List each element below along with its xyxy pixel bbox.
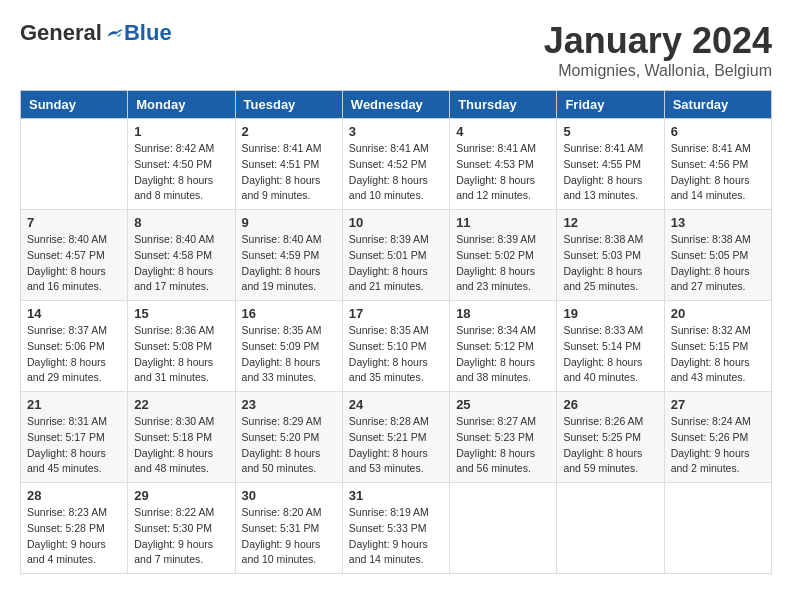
weekday-header: Saturday: [664, 91, 771, 119]
sunset-text: Sunset: 5:31 PM: [242, 522, 320, 534]
calendar-cell: 28 Sunrise: 8:23 AM Sunset: 5:28 PM Dayl…: [21, 483, 128, 574]
calendar-cell: 6 Sunrise: 8:41 AM Sunset: 4:56 PM Dayli…: [664, 119, 771, 210]
day-number: 21: [27, 397, 121, 412]
sunrise-text: Sunrise: 8:38 AM: [671, 233, 751, 245]
day-number: 14: [27, 306, 121, 321]
day-number: 31: [349, 488, 443, 503]
daylight-text: Daylight: 8 hours and 50 minutes.: [242, 447, 321, 475]
day-number: 4: [456, 124, 550, 139]
day-info: Sunrise: 8:32 AM Sunset: 5:15 PM Dayligh…: [671, 323, 765, 386]
logo-general-text: General: [20, 20, 102, 46]
sunrise-text: Sunrise: 8:32 AM: [671, 324, 751, 336]
calendar-cell: 23 Sunrise: 8:29 AM Sunset: 5:20 PM Dayl…: [235, 392, 342, 483]
day-info: Sunrise: 8:38 AM Sunset: 5:03 PM Dayligh…: [563, 232, 657, 295]
daylight-text: Daylight: 9 hours and 14 minutes.: [349, 538, 428, 566]
daylight-text: Daylight: 8 hours and 29 minutes.: [27, 356, 106, 384]
calendar-cell: 13 Sunrise: 8:38 AM Sunset: 5:05 PM Dayl…: [664, 210, 771, 301]
sunset-text: Sunset: 5:33 PM: [349, 522, 427, 534]
day-number: 7: [27, 215, 121, 230]
calendar-cell: 7 Sunrise: 8:40 AM Sunset: 4:57 PM Dayli…: [21, 210, 128, 301]
weekday-header: Thursday: [450, 91, 557, 119]
daylight-text: Daylight: 8 hours and 12 minutes.: [456, 174, 535, 202]
sunset-text: Sunset: 5:12 PM: [456, 340, 534, 352]
daylight-text: Daylight: 9 hours and 2 minutes.: [671, 447, 750, 475]
calendar-cell: 5 Sunrise: 8:41 AM Sunset: 4:55 PM Dayli…: [557, 119, 664, 210]
sunset-text: Sunset: 5:17 PM: [27, 431, 105, 443]
sunrise-text: Sunrise: 8:33 AM: [563, 324, 643, 336]
day-number: 8: [134, 215, 228, 230]
day-info: Sunrise: 8:19 AM Sunset: 5:33 PM Dayligh…: [349, 505, 443, 568]
day-number: 19: [563, 306, 657, 321]
day-number: 5: [563, 124, 657, 139]
calendar-cell: [450, 483, 557, 574]
weekday-header: Tuesday: [235, 91, 342, 119]
calendar-cell: 29 Sunrise: 8:22 AM Sunset: 5:30 PM Dayl…: [128, 483, 235, 574]
day-info: Sunrise: 8:40 AM Sunset: 4:58 PM Dayligh…: [134, 232, 228, 295]
daylight-text: Daylight: 8 hours and 43 minutes.: [671, 356, 750, 384]
calendar-week-row: 21 Sunrise: 8:31 AM Sunset: 5:17 PM Dayl…: [21, 392, 772, 483]
sunrise-text: Sunrise: 8:29 AM: [242, 415, 322, 427]
day-info: Sunrise: 8:34 AM Sunset: 5:12 PM Dayligh…: [456, 323, 550, 386]
daylight-text: Daylight: 8 hours and 40 minutes.: [563, 356, 642, 384]
calendar-week-row: 7 Sunrise: 8:40 AM Sunset: 4:57 PM Dayli…: [21, 210, 772, 301]
calendar-cell: 8 Sunrise: 8:40 AM Sunset: 4:58 PM Dayli…: [128, 210, 235, 301]
day-info: Sunrise: 8:39 AM Sunset: 5:01 PM Dayligh…: [349, 232, 443, 295]
sunset-text: Sunset: 5:25 PM: [563, 431, 641, 443]
day-info: Sunrise: 8:31 AM Sunset: 5:17 PM Dayligh…: [27, 414, 121, 477]
calendar-cell: 21 Sunrise: 8:31 AM Sunset: 5:17 PM Dayl…: [21, 392, 128, 483]
sunset-text: Sunset: 4:51 PM: [242, 158, 320, 170]
day-number: 18: [456, 306, 550, 321]
sunset-text: Sunset: 4:59 PM: [242, 249, 320, 261]
calendar-cell: 9 Sunrise: 8:40 AM Sunset: 4:59 PM Dayli…: [235, 210, 342, 301]
day-number: 10: [349, 215, 443, 230]
sunset-text: Sunset: 5:08 PM: [134, 340, 212, 352]
daylight-text: Daylight: 8 hours and 33 minutes.: [242, 356, 321, 384]
sunset-text: Sunset: 4:58 PM: [134, 249, 212, 261]
daylight-text: Daylight: 8 hours and 16 minutes.: [27, 265, 106, 293]
sunrise-text: Sunrise: 8:35 AM: [242, 324, 322, 336]
day-number: 3: [349, 124, 443, 139]
sunrise-text: Sunrise: 8:31 AM: [27, 415, 107, 427]
day-info: Sunrise: 8:35 AM Sunset: 5:09 PM Dayligh…: [242, 323, 336, 386]
day-info: Sunrise: 8:27 AM Sunset: 5:23 PM Dayligh…: [456, 414, 550, 477]
sunrise-text: Sunrise: 8:35 AM: [349, 324, 429, 336]
day-info: Sunrise: 8:41 AM Sunset: 4:52 PM Dayligh…: [349, 141, 443, 204]
day-number: 12: [563, 215, 657, 230]
day-info: Sunrise: 8:41 AM Sunset: 4:51 PM Dayligh…: [242, 141, 336, 204]
daylight-text: Daylight: 8 hours and 9 minutes.: [242, 174, 321, 202]
calendar-cell: 2 Sunrise: 8:41 AM Sunset: 4:51 PM Dayli…: [235, 119, 342, 210]
calendar-week-row: 28 Sunrise: 8:23 AM Sunset: 5:28 PM Dayl…: [21, 483, 772, 574]
sunrise-text: Sunrise: 8:30 AM: [134, 415, 214, 427]
daylight-text: Daylight: 8 hours and 45 minutes.: [27, 447, 106, 475]
daylight-text: Daylight: 8 hours and 31 minutes.: [134, 356, 213, 384]
day-info: Sunrise: 8:41 AM Sunset: 4:56 PM Dayligh…: [671, 141, 765, 204]
daylight-text: Daylight: 9 hours and 10 minutes.: [242, 538, 321, 566]
day-number: 28: [27, 488, 121, 503]
sunset-text: Sunset: 5:02 PM: [456, 249, 534, 261]
daylight-text: Daylight: 8 hours and 38 minutes.: [456, 356, 535, 384]
calendar-cell: 20 Sunrise: 8:32 AM Sunset: 5:15 PM Dayl…: [664, 301, 771, 392]
sunrise-text: Sunrise: 8:40 AM: [242, 233, 322, 245]
daylight-text: Daylight: 8 hours and 27 minutes.: [671, 265, 750, 293]
sunrise-text: Sunrise: 8:26 AM: [563, 415, 643, 427]
calendar-cell: 4 Sunrise: 8:41 AM Sunset: 4:53 PM Dayli…: [450, 119, 557, 210]
sunset-text: Sunset: 5:14 PM: [563, 340, 641, 352]
sunset-text: Sunset: 5:09 PM: [242, 340, 320, 352]
weekday-header: Sunday: [21, 91, 128, 119]
day-number: 9: [242, 215, 336, 230]
sunset-text: Sunset: 5:21 PM: [349, 431, 427, 443]
sunrise-text: Sunrise: 8:23 AM: [27, 506, 107, 518]
calendar-cell: 18 Sunrise: 8:34 AM Sunset: 5:12 PM Dayl…: [450, 301, 557, 392]
sunset-text: Sunset: 4:50 PM: [134, 158, 212, 170]
day-number: 23: [242, 397, 336, 412]
daylight-text: Daylight: 8 hours and 25 minutes.: [563, 265, 642, 293]
weekday-header: Friday: [557, 91, 664, 119]
sunset-text: Sunset: 5:01 PM: [349, 249, 427, 261]
sunrise-text: Sunrise: 8:22 AM: [134, 506, 214, 518]
sunset-text: Sunset: 4:57 PM: [27, 249, 105, 261]
sunrise-text: Sunrise: 8:42 AM: [134, 142, 214, 154]
sunset-text: Sunset: 5:05 PM: [671, 249, 749, 261]
day-number: 30: [242, 488, 336, 503]
daylight-text: Daylight: 8 hours and 23 minutes.: [456, 265, 535, 293]
day-info: Sunrise: 8:30 AM Sunset: 5:18 PM Dayligh…: [134, 414, 228, 477]
